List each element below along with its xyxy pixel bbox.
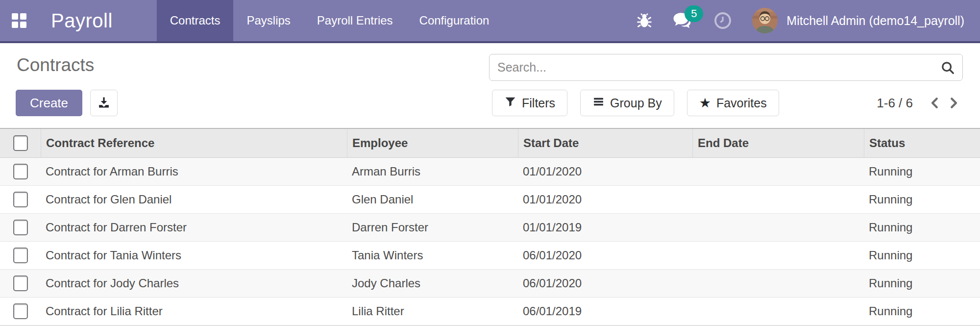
activities-clock-icon[interactable] <box>713 11 733 30</box>
row-checkbox-cell <box>0 192 41 207</box>
header-checkbox-cell <box>0 135 41 151</box>
cell-start-date: 01/01/2020 <box>518 165 692 178</box>
cell-status: Running <box>864 221 980 234</box>
row-checkbox[interactable] <box>13 248 28 263</box>
search-input[interactable] <box>489 54 963 81</box>
cell-employee: Darren Forster <box>347 221 518 234</box>
row-checkbox[interactable] <box>13 164 28 179</box>
star-icon: ★ <box>699 97 711 110</box>
column-header-employee[interactable]: Employee <box>347 129 518 157</box>
control-panel: Contracts Create <box>0 43 980 116</box>
user-menu[interactable]: Mitchell Admin (demo14_payroll) <box>786 14 964 28</box>
favorites-button[interactable]: ★ Favorites <box>687 90 779 116</box>
page-title: Contracts <box>17 55 94 76</box>
menu-item-payroll-entries[interactable]: Payroll Entries <box>304 0 406 41</box>
payroll-app: Payroll ContractsPayslipsPayroll Entries… <box>0 0 980 326</box>
debug-icon[interactable] <box>636 12 653 29</box>
row-checkbox-cell <box>0 220 41 235</box>
row-checkbox-cell <box>0 303 41 319</box>
pager: 1-6 / 6 <box>877 94 963 112</box>
row-checkbox[interactable] <box>13 220 28 235</box>
table-row[interactable]: Contract for Darren Forster Darren Forst… <box>0 214 980 242</box>
row-checkbox[interactable] <box>13 303 28 319</box>
search-icon[interactable] <box>940 60 955 77</box>
systray: 5 Mitchell Admin (demo14 <box>636 0 980 41</box>
search-box <box>489 54 963 81</box>
cell-status: Running <box>864 193 980 206</box>
cell-status: Running <box>864 304 980 318</box>
table-row[interactable]: Contract for Lilia Ritter Lilia Ritter 0… <box>0 298 980 326</box>
app-title[interactable]: Payroll <box>51 10 113 32</box>
table-row[interactable]: Contract for Glen Daniel Glen Daniel 01/… <box>0 186 980 214</box>
messages-count-badge: 5 <box>685 5 703 22</box>
cell-contract-reference: Contract for Glen Daniel <box>41 193 347 206</box>
pager-range[interactable]: 1-6 / 6 <box>877 96 913 111</box>
cell-start-date: 06/01/2020 <box>518 249 692 262</box>
list-body: Contract for Arman Burris Arman Burris 0… <box>0 158 980 326</box>
table-row[interactable]: Contract for Arman Burris Arman Burris 0… <box>0 158 980 186</box>
cell-employee: Jody Charles <box>347 276 518 290</box>
apps-menu-icon[interactable] <box>12 13 26 28</box>
main-menu: ContractsPayslipsPayroll EntriesConfigur… <box>157 0 503 41</box>
row-checkbox-cell <box>0 248 41 263</box>
cell-start-date: 01/01/2019 <box>518 221 692 234</box>
cell-employee: Glen Daniel <box>347 193 518 206</box>
column-header-start-date[interactable]: Start Date <box>518 129 692 157</box>
table-row[interactable]: Contract for Tania Winters Tania Winters… <box>0 242 980 270</box>
cell-start-date: 06/01/2019 <box>518 304 692 318</box>
cell-start-date: 06/01/2020 <box>518 276 692 290</box>
cell-employee: Arman Burris <box>347 165 518 178</box>
pager-previous-icon[interactable] <box>926 94 944 112</box>
download-icon <box>97 96 111 111</box>
menu-item-contracts[interactable]: Contracts <box>157 0 234 41</box>
messages-icon[interactable]: 5 <box>673 11 693 30</box>
list-header: Contract ReferenceEmployeeStart DateEnd … <box>0 128 980 158</box>
table-row[interactable]: Contract for Jody Charles Jody Charles 0… <box>0 270 980 298</box>
top-navbar: Payroll ContractsPayslipsPayroll Entries… <box>0 0 980 43</box>
cell-employee: Lilia Ritter <box>347 304 518 318</box>
cell-status: Running <box>864 165 980 178</box>
cell-contract-reference: Contract for Tania Winters <box>41 249 347 262</box>
row-checkbox-cell <box>0 276 41 291</box>
menu-item-configuration[interactable]: Configuration <box>406 0 503 41</box>
filter-funnel-icon <box>504 96 516 111</box>
pager-next-icon[interactable] <box>944 94 963 112</box>
cell-contract-reference: Contract for Jody Charles <box>41 276 347 290</box>
export-button[interactable] <box>90 90 118 116</box>
cell-contract-reference: Contract for Lilia Ritter <box>41 304 347 318</box>
cell-employee: Tania Winters <box>347 249 518 262</box>
menu-item-payslips[interactable]: Payslips <box>233 0 303 41</box>
contracts-list: Contract ReferenceEmployeeStart DateEnd … <box>0 128 980 326</box>
cell-status: Running <box>864 276 980 290</box>
avatar[interactable] <box>752 8 778 33</box>
create-button[interactable]: Create <box>16 90 82 116</box>
select-all-checkbox[interactable] <box>13 135 28 151</box>
cell-status: Running <box>864 249 980 262</box>
row-checkbox-cell <box>0 164 41 179</box>
row-checkbox[interactable] <box>13 276 28 291</box>
cell-contract-reference: Contract for Darren Forster <box>41 221 347 234</box>
column-header-end-date[interactable]: End Date <box>692 129 864 157</box>
cell-start-date: 01/01/2020 <box>518 193 692 206</box>
group-by-bars-icon <box>592 96 605 111</box>
cell-contract-reference: Contract for Arman Burris <box>41 165 347 178</box>
row-checkbox[interactable] <box>13 192 28 207</box>
column-header-contract-reference[interactable]: Contract Reference <box>41 129 347 157</box>
filters-button[interactable]: Filters <box>492 90 567 116</box>
group-by-button[interactable]: Group By <box>580 90 674 116</box>
column-header-status[interactable]: Status <box>864 129 980 157</box>
